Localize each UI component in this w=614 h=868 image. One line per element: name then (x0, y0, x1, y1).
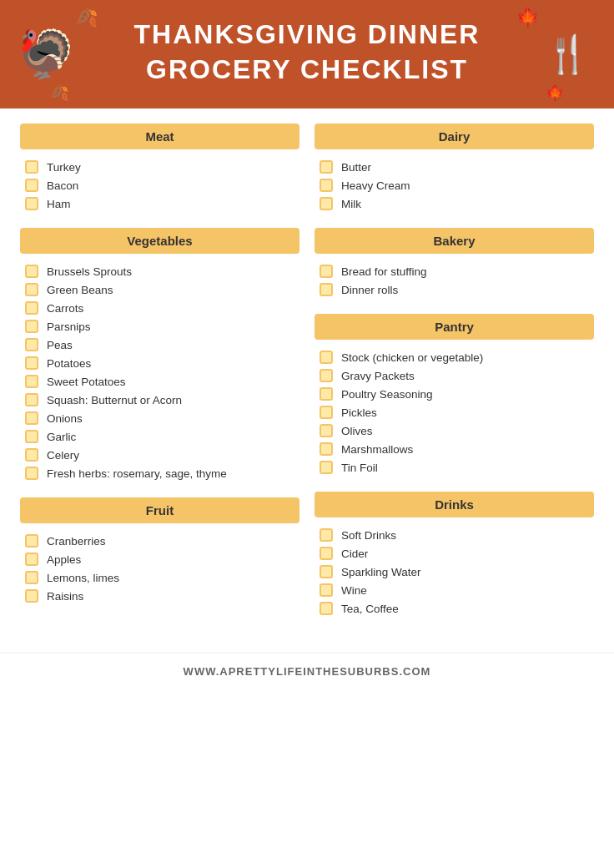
list-item[interactable]: Heavy Cream (316, 176, 592, 194)
checkbox-icon[interactable] (320, 461, 333, 474)
checkbox-icon[interactable] (320, 179, 333, 192)
section-header-vegetables: Vegetables (20, 228, 299, 254)
item-label: Pickles (341, 406, 377, 419)
checklist-bakery: Bread for stuffingDinner rolls (315, 262, 594, 299)
header-title: THANKSGIVING DINNER GROCERY CHECKLIST (134, 18, 481, 87)
checkbox-icon[interactable] (25, 448, 38, 462)
checkbox-icon[interactable] (320, 406, 333, 419)
list-item[interactable]: Cider (316, 544, 592, 563)
checklist-dairy: ButterHeavy CreamMilk (315, 158, 594, 213)
checklist-drinks: Soft DrinksCiderSparkling WaterWineTea, … (315, 526, 594, 618)
list-item[interactable]: Butter (316, 158, 592, 176)
list-item[interactable]: Tea, Coffee (316, 599, 592, 618)
checkbox-icon[interactable] (320, 160, 333, 174)
checkbox-icon[interactable] (320, 351, 333, 364)
list-item[interactable]: Stock (chicken or vegetable) (316, 348, 592, 366)
section-meat: MeatTurkeyBaconHam (20, 124, 299, 213)
list-item[interactable]: Gravy Packets (316, 366, 592, 385)
list-item[interactable]: Soft Drinks (316, 526, 592, 544)
checkbox-icon[interactable] (320, 565, 333, 578)
list-item[interactable]: Raisins (22, 587, 298, 605)
list-item[interactable]: Carrots (22, 299, 298, 317)
item-label: Garlic (47, 431, 76, 443)
item-label: Fresh herbs: rosemary, sage, thyme (47, 467, 227, 480)
checkbox-icon[interactable] (320, 387, 333, 401)
list-item[interactable]: Sparkling Water (316, 563, 592, 581)
item-label: Turkey (47, 161, 81, 174)
checklist-meat: TurkeyBaconHam (20, 158, 299, 213)
item-label: Bread for stuffing (341, 265, 427, 278)
checkbox-icon[interactable] (320, 583, 333, 597)
checkbox-icon[interactable] (320, 547, 333, 560)
checkbox-icon[interactable] (320, 369, 333, 382)
item-label: Stock (chicken or vegetable) (341, 351, 483, 364)
list-item[interactable]: Pickles (316, 403, 592, 421)
list-item[interactable]: Marshmallows (316, 440, 592, 458)
list-item[interactable]: Cranberries (22, 532, 298, 550)
list-item[interactable]: Sweet Potatoes (22, 372, 298, 391)
item-label: Heavy Cream (341, 179, 410, 192)
list-item[interactable]: Milk (316, 194, 592, 213)
checkbox-icon[interactable] (25, 338, 38, 351)
list-item[interactable]: Parsnips (22, 317, 298, 336)
section-dairy: DairyButterHeavy CreamMilk (315, 124, 594, 213)
checkbox-icon[interactable] (25, 301, 38, 315)
list-item[interactable]: Apples (22, 550, 298, 568)
checkbox-icon[interactable] (320, 265, 333, 278)
list-item[interactable]: Olives (316, 421, 592, 440)
list-item[interactable]: Turkey (22, 158, 298, 176)
item-label: Peas (47, 339, 73, 351)
checkbox-icon[interactable] (25, 393, 38, 406)
section-pantry: PantryStock (chicken or vegetable)Gravy … (315, 314, 594, 477)
item-label: Cider (341, 548, 368, 560)
checkbox-icon[interactable] (25, 356, 38, 370)
checkbox-icon[interactable] (25, 179, 38, 192)
checkbox-icon[interactable] (25, 197, 38, 210)
list-item[interactable]: Squash: Butternut or Acorn (22, 391, 298, 409)
list-item[interactable]: Garlic (22, 427, 298, 446)
list-item[interactable]: Peas (22, 336, 298, 354)
item-label: Parsnips (47, 320, 91, 333)
list-item[interactable]: Green Beans (22, 280, 298, 299)
checkbox-icon[interactable] (25, 571, 38, 584)
list-item[interactable]: Brussels Sprouts (22, 262, 298, 280)
list-item[interactable]: Celery (22, 446, 298, 464)
checkbox-icon[interactable] (25, 411, 38, 425)
list-item[interactable]: Wine (316, 581, 592, 599)
list-item[interactable]: Fresh herbs: rosemary, sage, thyme (22, 464, 298, 482)
checkbox-icon[interactable] (25, 375, 38, 388)
item-label: Dinner rolls (341, 284, 398, 296)
right-column: DairyButterHeavy CreamMilkBakeryBread fo… (315, 124, 594, 633)
list-item[interactable]: Onions (22, 409, 298, 427)
list-item[interactable]: Bacon (22, 176, 298, 194)
checkbox-icon[interactable] (320, 442, 333, 456)
item-label: Apples (47, 553, 81, 566)
checkbox-icon[interactable] (320, 283, 333, 296)
list-item[interactable]: Poultry Seasoning (316, 385, 592, 403)
checkbox-icon[interactable] (25, 534, 38, 548)
list-item[interactable]: Potatoes (22, 354, 298, 372)
checkbox-icon[interactable] (25, 320, 38, 333)
checkbox-icon[interactable] (320, 197, 333, 210)
list-item[interactable]: Ham (22, 194, 298, 213)
item-label: Green Beans (47, 284, 113, 296)
list-item[interactable]: Dinner rolls (316, 280, 592, 299)
checkbox-icon[interactable] (25, 160, 38, 174)
item-label: Squash: Butternut or Acorn (47, 394, 182, 406)
checkbox-icon[interactable] (25, 553, 38, 566)
list-item[interactable]: Bread for stuffing (316, 262, 592, 280)
turkey-icon: 🦃 (17, 27, 75, 82)
checkbox-icon[interactable] (25, 283, 38, 296)
list-item[interactable]: Lemons, limes (22, 568, 298, 587)
checkbox-icon[interactable] (25, 589, 38, 603)
checkbox-icon[interactable] (25, 467, 38, 480)
checkbox-icon[interactable] (25, 265, 38, 278)
list-item[interactable]: Tin Foil (316, 458, 592, 477)
footer: WWW.APRETTYLIFEINTHESUBURBS.COM (0, 653, 614, 686)
section-header-drinks: Drinks (315, 492, 594, 517)
checkbox-icon[interactable] (320, 602, 333, 615)
checkbox-icon[interactable] (25, 430, 38, 443)
leaf-icon-bottom-left: 🍂 (50, 83, 68, 102)
checkbox-icon[interactable] (320, 424, 333, 437)
checkbox-icon[interactable] (320, 528, 333, 542)
